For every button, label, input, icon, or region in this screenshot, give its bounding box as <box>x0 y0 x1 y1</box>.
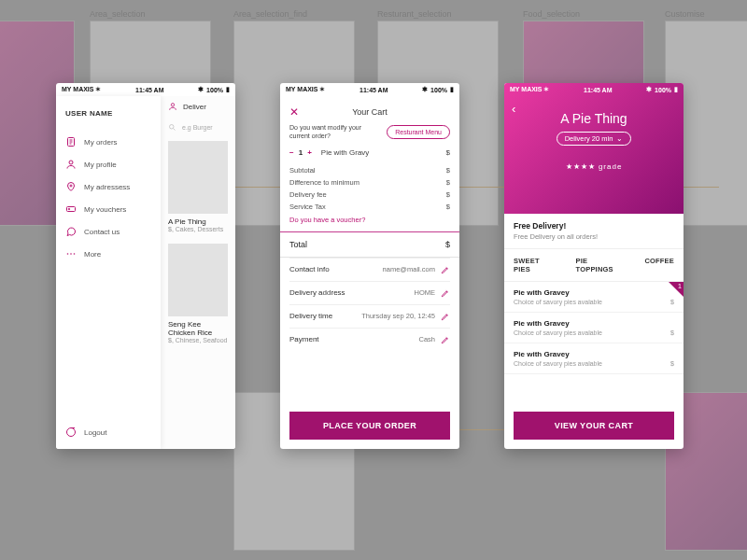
promo-banner: Free Delivery! Free Delivery on all orde… <box>504 214 684 249</box>
menu-item-contact[interactable]: Contact us <box>65 220 151 243</box>
menu-item-vouchers[interactable]: My vouchers <box>65 198 151 220</box>
card-image[interactable] <box>168 244 228 316</box>
edit-payment[interactable]: Payment Cash <box>289 328 450 351</box>
card-caption[interactable]: A Pie Thing $, Cakes, Desserts <box>161 214 235 240</box>
pencil-icon[interactable] <box>441 312 450 321</box>
food-row[interactable]: Pie with Gravey Choice of savory pies av… <box>504 343 684 374</box>
deliver-label: Deliver <box>183 103 206 111</box>
card-title: A Pie Thing <box>168 217 228 226</box>
card-caption[interactable]: Seng Kee Chicken Rice $, Chinese, Seafoo… <box>161 316 235 351</box>
svg-point-6 <box>68 208 70 210</box>
food-subtitle: Choice of savory pies avalable <box>514 360 602 367</box>
tab-pie-toppings[interactable]: PIE TOPPINGS <box>576 257 627 273</box>
bg-label: Area_selection_find <box>233 9 307 19</box>
chip-label: Delivery 20 min <box>565 134 613 143</box>
menu-item-orders[interactable]: My orders <box>65 131 151 153</box>
card-subtitle: $, Cakes, Desserts <box>168 226 228 232</box>
pencil-icon[interactable] <box>441 265 450 274</box>
cart-item-row: − 1 + Pie with Gravy $ <box>289 148 450 157</box>
bg-label: Resturant_selection <box>377 9 452 19</box>
food-row[interactable]: Pie with Gravey Choice of savory pies av… <box>504 313 684 343</box>
place-order-button[interactable]: PLACE YOUR ORDER <box>289 412 450 440</box>
modify-prompt: Do you want modify your current order? <box>289 124 368 141</box>
menu-item-addresses[interactable]: My adressess <box>65 175 151 198</box>
more-icon <box>65 248 77 259</box>
status-bar: MY MAXIS ✶ 11:45 AM ✱ 100% ▮ <box>280 83 459 96</box>
hero-header: MY MAXIS ✶ 11:45 AM ✱ 100% ▮ ‹ A Pie Thi… <box>504 83 684 214</box>
svg-point-7 <box>67 253 69 255</box>
line-subtotal: Subtotal$ <box>289 166 450 175</box>
nav-drawer: USER NAME My orders My profile My adress… <box>56 96 161 449</box>
battery-label: ✱ 100% ▮ <box>422 86 454 93</box>
menu-item-profile[interactable]: My profile <box>65 153 151 175</box>
close-icon[interactable]: ✕ <box>289 104 299 120</box>
search-icon <box>168 123 176 132</box>
promo-subtitle: Free Delivery on all orders! <box>514 232 674 241</box>
cart-item-price: $ <box>446 148 450 157</box>
cart-title: Your Cart <box>352 107 388 117</box>
screen-drawer-home: MY MAXIS ✶ 11:45 AM ✱ 100% ▮ Deliver e.g… <box>56 83 235 449</box>
menu-label: My profile <box>84 161 117 169</box>
user-avatar-icon <box>168 102 177 111</box>
qty-value: 1 <box>299 148 303 157</box>
view-cart-button[interactable]: VIEW YOUR CART <box>514 412 674 440</box>
logout-label: Logout <box>84 428 106 437</box>
total-label: Total <box>289 240 307 249</box>
card-title: Seng Kee Chicken Rice <box>168 320 228 337</box>
restaurant-menu-button[interactable]: Resturant Menu <box>387 125 450 139</box>
bg-label: Customise <box>665 9 705 19</box>
deliver-to-row[interactable]: Deliver <box>161 96 235 117</box>
pencil-icon[interactable] <box>441 288 450 298</box>
logout-icon <box>65 427 77 438</box>
edit-label: Payment <box>289 335 347 343</box>
username-label: USER NAME <box>65 109 151 118</box>
pin-icon <box>65 181 77 192</box>
bg-label: Food_selection <box>523 9 580 19</box>
carrier-label: MY MAXIS ✶ <box>286 86 325 93</box>
pencil-icon[interactable] <box>441 335 450 344</box>
svg-point-1 <box>170 124 175 129</box>
edit-contact[interactable]: Contact info name@mail.com <box>289 258 450 281</box>
tab-coffee[interactable]: COFFEE <box>644 257 674 273</box>
food-row[interactable]: 1 Pie with Gravey Choice of savory pies … <box>504 282 684 313</box>
menu-label: My adressess <box>84 183 130 191</box>
qty-minus-button[interactable]: − <box>289 148 294 157</box>
menu-label: Contact us <box>84 228 120 236</box>
clock-label: 11:45 AM <box>584 87 612 93</box>
search-placeholder: e.g Burger <box>182 124 213 131</box>
edit-label: Delivery time <box>289 312 347 320</box>
food-subtitle: Choice of savory pies avalable <box>514 329 602 336</box>
chat-icon <box>65 226 77 237</box>
promo-title: Free Delivery! <box>514 221 674 231</box>
logout-button[interactable]: Logout <box>65 427 106 438</box>
list-content: Deliver e.g Burger A Pie Thing $, Cakes,… <box>161 96 235 449</box>
back-icon[interactable]: ‹ <box>512 102 515 116</box>
food-price: $ <box>670 360 674 367</box>
card-image[interactable] <box>168 141 228 214</box>
edit-time[interactable]: Delivery time Thursday sep 20, 12:45 <box>289 304 450 328</box>
line-tax: Service Tax$ <box>289 203 450 211</box>
chevron-down-icon: ⌄ <box>616 134 623 143</box>
menu-label: My vouchers <box>84 205 126 214</box>
edit-value: HOME <box>347 288 435 297</box>
menu-item-more[interactable]: More <box>65 243 151 265</box>
status-bar: MY MAXIS ✶ 11:45 AM ✱ 100% ▮ <box>56 83 235 96</box>
voucher-link[interactable]: Do you have a voucher? <box>289 216 450 224</box>
food-title: Pie with Gravey <box>514 319 674 328</box>
delivery-time-chip[interactable]: Delivery 20 min ⌄ <box>557 132 632 146</box>
carrier-label: MY MAXIS ✶ <box>62 86 101 93</box>
edit-label: Contact info <box>289 265 347 273</box>
food-price: $ <box>670 329 674 336</box>
svg-point-4 <box>70 185 72 187</box>
orders-icon <box>65 136 77 147</box>
svg-point-9 <box>74 253 76 255</box>
search-row[interactable]: e.g Burger <box>161 117 235 137</box>
tab-sweet-pies[interactable]: SWEET PIES <box>514 257 558 273</box>
edit-address[interactable]: Delivery address HOME <box>289 281 450 304</box>
battery-label: ✱ 100% ▮ <box>198 86 230 93</box>
bg-label: Area_selection <box>90 9 146 19</box>
cart-item-name: Pie with Gravy <box>321 148 446 157</box>
menu-label: More <box>84 250 101 259</box>
profile-icon <box>65 159 77 170</box>
qty-plus-button[interactable]: + <box>307 148 312 157</box>
